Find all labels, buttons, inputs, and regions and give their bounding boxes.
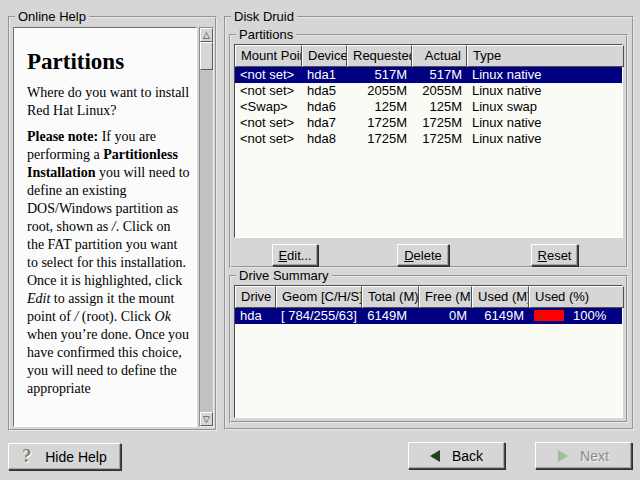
reset-button[interactable]: Reset (531, 244, 578, 266)
help-paragraph-2: Please note: If you are performing a Par… (27, 128, 190, 398)
edit-button[interactable]: Edit... (272, 244, 318, 266)
cell-actual: 125M (412, 99, 467, 115)
column-header-mount-point[interactable]: Mount Point (235, 45, 302, 67)
scroll-up-icon[interactable]: △ (200, 28, 213, 42)
cell-requested: 125M (347, 99, 412, 115)
cell-requested: 1725M (347, 115, 412, 131)
cell-actual: 1725M (412, 115, 467, 131)
cell-geom: [ 784/255/63] (276, 308, 362, 324)
cell-device: hda7 (302, 115, 347, 131)
cell-total: 6149M (362, 308, 419, 324)
drive-row-hda[interactable]: hda [ 784/255/63] 6149M 0M 6149M 100% (235, 308, 622, 324)
help-question-icon: ? (22, 446, 31, 467)
drive-summary-header: Drive Geom [C/H/S] Total (M) Free (M) Us… (235, 286, 622, 308)
help-text-panel: Partitions Where do you want to install … (13, 27, 197, 427)
cell-type: Linux native (467, 67, 624, 83)
partition-row-hda8[interactable]: <not set> hda8 1725M 1725M Linux native (235, 131, 622, 147)
next-label: Next (580, 448, 609, 464)
drive-summary-groupbox: Drive Summary Drive Geom [C/H/S] Total (… (229, 275, 628, 423)
back-label: Back (452, 448, 483, 464)
cell-drive: hda (235, 308, 276, 324)
partition-row-hda7[interactable]: <not set> hda7 1725M 1725M Linux native (235, 115, 622, 131)
next-button[interactable]: Next (535, 442, 632, 469)
installer-window: Online Help Partitions Where do you want… (0, 0, 640, 480)
partitions-table-header: Mount Point Device Requested Actual Type (235, 45, 622, 67)
cell-device: hda1 (302, 67, 347, 83)
partitions-label: Partitions (236, 27, 296, 42)
cell-type: Linux native (467, 131, 624, 147)
hide-help-label: Hide Help (45, 449, 106, 465)
column-header-total[interactable]: Total (M) (362, 286, 419, 308)
column-header-drive[interactable]: Drive (235, 286, 276, 308)
online-help-label: Online Help (15, 9, 89, 24)
cell-device: hda8 (302, 131, 347, 147)
column-header-requested[interactable]: Requested (347, 45, 412, 67)
drive-summary-table: Drive Geom [C/H/S] Total (M) Free (M) Us… (234, 285, 623, 418)
cell-requested: 2055M (347, 83, 412, 99)
cell-type: Linux swap (467, 99, 624, 115)
cell-actual: 2055M (412, 83, 467, 99)
cell-type: Linux native (467, 83, 624, 99)
cell-device: hda6 (302, 99, 347, 115)
cell-actual: 517M (412, 67, 467, 83)
cell-actual: 1725M (412, 131, 467, 147)
column-header-used-pct[interactable]: Used (%) (529, 286, 624, 308)
used-percent-bar (534, 310, 564, 321)
cell-mount: <not set> (235, 83, 302, 99)
cell-mount: <Swap> (235, 99, 302, 115)
online-help-groupbox: Online Help Partitions Where do you want… (8, 16, 217, 431)
column-header-used-m[interactable]: Used (M) (472, 286, 529, 308)
disk-druid-label: Disk Druid (231, 9, 297, 24)
delete-button[interactable]: Delete (397, 244, 449, 266)
cell-used-m: 6149M (472, 308, 529, 324)
column-header-actual[interactable]: Actual (412, 45, 467, 67)
cell-device: hda5 (302, 83, 347, 99)
partitions-table: Mount Point Device Requested Actual Type… (234, 44, 623, 238)
back-button[interactable]: Back (408, 442, 505, 469)
scroll-down-icon[interactable]: ▽ (200, 412, 213, 426)
partition-row-hda1[interactable]: <not set> hda1 517M 517M Linux native (235, 67, 622, 83)
column-header-free[interactable]: Free (M) (419, 286, 472, 308)
hide-help-button[interactable]: ?Hide Help (8, 443, 121, 470)
cell-mount: <not set> (235, 131, 302, 147)
scrollbar-thumb[interactable] (200, 42, 213, 70)
used-percent-value: 100% (573, 308, 606, 323)
column-header-device[interactable]: Device (302, 45, 347, 67)
cell-requested: 1725M (347, 131, 412, 147)
partition-row-hda6[interactable]: <Swap> hda6 125M 125M Linux swap (235, 99, 622, 115)
help-scrollbar[interactable]: △ ▽ (199, 27, 214, 427)
cell-used-pct: 100% (529, 308, 624, 324)
cell-free: 0M (419, 308, 472, 324)
next-arrow-icon (558, 450, 568, 462)
cell-type: Linux native (467, 115, 624, 131)
column-header-geom[interactable]: Geom [C/H/S] (276, 286, 362, 308)
disk-druid-groupbox: Disk Druid Partitions Mount Point Device… (224, 16, 634, 430)
drive-summary-label: Drive Summary (236, 268, 332, 283)
cell-mount: <not set> (235, 67, 302, 83)
help-paragraph-1: Where do you want to install Red Hat Lin… (27, 84, 190, 120)
partitions-groupbox: Partitions Mount Point Device Requested … (229, 34, 628, 268)
help-title: Partitions (27, 48, 190, 76)
back-arrow-icon (430, 450, 440, 462)
partition-row-hda5[interactable]: <not set> hda5 2055M 2055M Linux native (235, 83, 622, 99)
cell-mount: <not set> (235, 115, 302, 131)
column-header-type[interactable]: Type (467, 45, 624, 67)
cell-requested: 517M (347, 67, 412, 83)
